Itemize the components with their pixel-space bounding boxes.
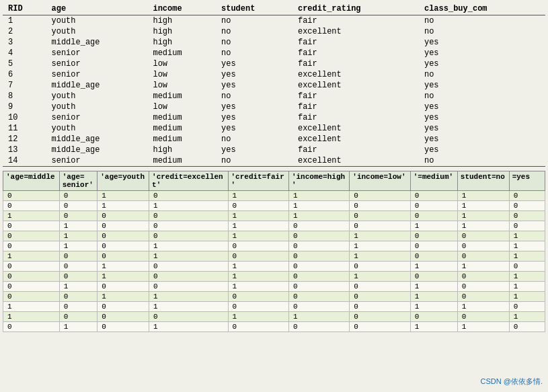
table-cell: 1 — [228, 262, 288, 272]
table-cell: 1 — [228, 191, 288, 201]
top-table-col-header: age — [46, 3, 148, 15]
bottom-table-col-header: 'age=youth — [97, 171, 149, 191]
table-cell: yes — [419, 37, 545, 48]
table-cell: 1 — [288, 201, 349, 211]
bottom-table-container: 'age=middle'age= senior''age=youth'credi… — [3, 171, 545, 332]
table-cell: medium — [147, 48, 216, 58]
table-cell: 0 — [288, 251, 349, 262]
table-cell: senior — [46, 48, 148, 58]
table-cell: yes — [419, 48, 545, 58]
table-cell: 0 — [509, 302, 545, 312]
table-cell: 0 — [410, 211, 457, 221]
table-cell: 0 — [350, 211, 410, 221]
table-cell: middle_age — [46, 145, 148, 155]
table-cell: no — [216, 26, 292, 37]
table-row: 2youthhighnoexcellentno — [3, 26, 545, 37]
table-cell: 0 — [59, 272, 97, 282]
table-cell: yes — [419, 58, 545, 69]
table-cell: no — [419, 91, 545, 102]
table-cell: 0 — [350, 322, 410, 332]
table-cell: excellent — [292, 80, 419, 91]
table-cell: 0 — [228, 201, 288, 211]
table-cell: yes — [216, 80, 292, 91]
table-cell: 0 — [3, 282, 60, 292]
table-row: 1000110010 — [3, 211, 545, 221]
top-table-container: RIDageincomestudentcredit_ratingclass_bu… — [3, 3, 545, 167]
table-cell: 0 — [457, 282, 509, 292]
table-cell: 0 — [457, 241, 509, 251]
table-cell: 0 — [350, 312, 410, 322]
table-cell: medium — [147, 123, 216, 134]
table-cell: fair — [292, 15, 419, 27]
table-cell: 1 — [457, 221, 509, 231]
table-cell: 0 — [457, 231, 509, 241]
table-cell: 0 — [288, 292, 349, 302]
table-row: 11youthmediumyesexcellentyes — [3, 123, 545, 134]
table-cell: yes — [419, 123, 545, 134]
table-row: 5seniorlowyesfairyes — [3, 58, 545, 69]
table-cell: 1 — [228, 231, 288, 241]
top-table-col-header: student — [216, 3, 292, 15]
table-cell: 1 — [3, 302, 60, 312]
top-table-col-header: RID — [3, 3, 46, 15]
bottom-table-col-header: '=medium' — [410, 171, 457, 191]
table-row: 0100101001 — [3, 231, 545, 241]
table-cell: 0 — [509, 191, 545, 201]
table-cell: 1 — [288, 312, 349, 322]
table-cell: 0 — [288, 241, 349, 251]
table-cell: 1 — [457, 211, 509, 221]
table-cell: 0 — [288, 262, 349, 272]
table-cell: excellent — [292, 123, 419, 134]
table-cell: 1 — [350, 251, 410, 262]
table-cell: excellent — [292, 69, 419, 80]
table-cell: low — [147, 102, 216, 112]
table-cell: 0 — [509, 201, 545, 211]
table-cell: 0 — [149, 272, 228, 282]
table-cell: 11 — [3, 123, 46, 134]
table-cell: 1 — [457, 191, 509, 201]
table-cell: 0 — [59, 292, 97, 302]
table-cell: 0 — [410, 312, 457, 322]
table-cell: high — [147, 15, 216, 27]
table-row: 0010100110 — [3, 262, 545, 272]
top-table-col-header: class_buy_com — [419, 3, 545, 15]
table-row: 0010101001 — [3, 272, 545, 282]
table-cell: 14 — [3, 155, 46, 167]
table-cell: low — [147, 69, 216, 80]
table-cell: 0 — [350, 262, 410, 272]
table-cell: yes — [216, 145, 292, 155]
table-cell: 0 — [3, 221, 60, 231]
table-cell: senior — [46, 69, 148, 80]
table-cell: 0 — [228, 302, 288, 312]
table-cell: fair — [292, 145, 419, 155]
table-cell: yes — [419, 102, 545, 112]
table-cell: 0 — [59, 191, 97, 201]
table-cell: 0 — [97, 241, 149, 251]
table-row: 13middle_agehighyesfairyes — [3, 145, 545, 155]
table-cell: senior — [46, 155, 148, 167]
table-row: 9youthlowyesfairyes — [3, 102, 545, 112]
table-cell: high — [147, 37, 216, 48]
bottom-table-col-header: 'credit=excellen t' — [149, 171, 228, 191]
table-row: 1000110001 — [3, 312, 545, 322]
bottom-table: 'age=middle'age= senior''age=youth'credi… — [3, 171, 545, 332]
bottom-table-col-header: student=no — [457, 171, 509, 191]
table-cell: yes — [419, 145, 545, 155]
table-cell: 0 — [3, 201, 60, 211]
table-cell: 0 — [288, 282, 349, 292]
table-row: 10seniormediumyesfairyes — [3, 112, 545, 123]
table-cell: no — [216, 15, 292, 27]
table-cell: 0 — [509, 211, 545, 221]
table-row: 3middle_agehighnofairyes — [3, 37, 545, 48]
table-cell: middle_age — [46, 134, 148, 145]
table-cell: 0 — [149, 191, 228, 201]
table-cell: 1 — [509, 282, 545, 292]
table-cell: 0 — [149, 211, 228, 221]
table-row: 14seniormediumnoexcellentno — [3, 155, 545, 167]
table-cell: 1 — [228, 282, 288, 292]
table-cell: 0 — [59, 262, 97, 272]
table-cell: 1 — [410, 292, 457, 302]
table-cell: 1 — [410, 302, 457, 312]
table-cell: 1 — [228, 272, 288, 282]
table-cell: 0 — [410, 201, 457, 211]
